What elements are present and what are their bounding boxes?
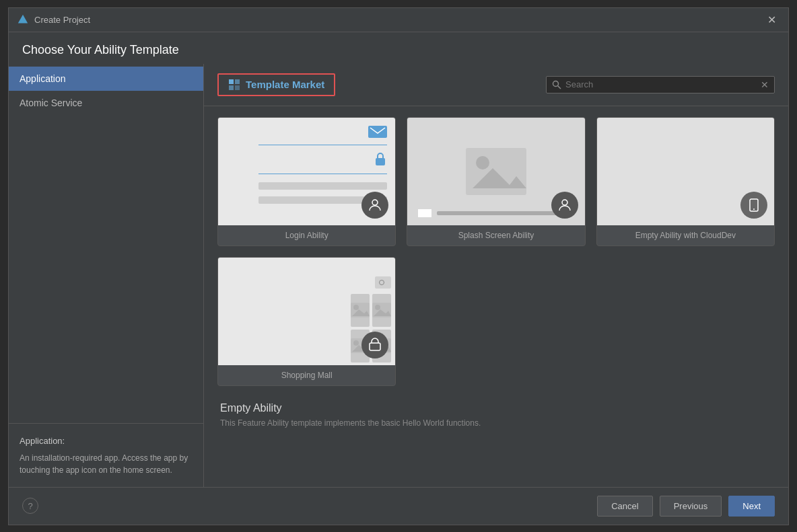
template-card-clouddev[interactable]: Empty Ability with CloudDev bbox=[596, 117, 775, 246]
empty-ability-title: Empty Ability bbox=[220, 402, 772, 414]
email-row bbox=[368, 126, 387, 138]
lock-icon bbox=[374, 152, 387, 167]
shopping-search-bar bbox=[375, 276, 391, 289]
template-card-login[interactable]: Login Ability bbox=[217, 117, 396, 246]
image-icon-1 bbox=[351, 303, 370, 317]
svg-point-11 bbox=[476, 156, 489, 169]
svg-point-17 bbox=[353, 305, 359, 310]
search-icon bbox=[552, 80, 561, 89]
template-market-button[interactable]: Template Market bbox=[217, 73, 335, 96]
svg-rect-2 bbox=[235, 79, 240, 84]
svg-point-20 bbox=[375, 305, 380, 310]
dialog-body: Application Atomic Service Application: … bbox=[9, 64, 788, 487]
svg-line-6 bbox=[558, 85, 561, 89]
mobile-icon bbox=[747, 198, 761, 213]
svg-rect-4 bbox=[235, 85, 240, 90]
window-title: Create Project bbox=[34, 15, 763, 25]
search-circle bbox=[379, 280, 384, 285]
search-box: ✕ bbox=[546, 76, 775, 93]
close-button[interactable]: ✕ bbox=[763, 12, 780, 28]
title-bar: Create Project ✕ bbox=[9, 8, 788, 32]
empty-ability-description: This Feature Ability template implements… bbox=[220, 418, 772, 428]
email-icon bbox=[368, 126, 387, 138]
sidebar-item-application[interactable]: Application bbox=[9, 67, 203, 91]
line-2 bbox=[258, 174, 387, 174]
main-area: Template Market ✕ bbox=[204, 64, 788, 487]
svg-rect-8 bbox=[376, 158, 385, 165]
app-logo-icon bbox=[17, 13, 29, 26]
svg-point-9 bbox=[372, 200, 378, 205]
splash-label: Splash Screen Ability bbox=[456, 225, 537, 245]
splash-image-icon bbox=[466, 148, 526, 195]
clouddev-label: Empty Ability with CloudDev bbox=[633, 225, 738, 245]
svg-rect-28 bbox=[370, 343, 380, 350]
svg-point-5 bbox=[553, 81, 559, 86]
template-card-splash[interactable]: Splash Screen Ability bbox=[407, 117, 585, 246]
template-market-icon bbox=[228, 79, 240, 91]
sidebar-info-text: An installation-required app. Access the… bbox=[20, 452, 193, 476]
cancel-button[interactable]: Cancel bbox=[597, 496, 652, 517]
shopping-cell-2 bbox=[372, 294, 391, 327]
svg-point-23 bbox=[353, 340, 359, 346]
dialog-content: Choose Your Ability Template Application… bbox=[9, 32, 788, 525]
login-label: Login Ability bbox=[283, 225, 331, 245]
svg-rect-3 bbox=[229, 85, 234, 90]
sidebar: Application Atomic Service Application: … bbox=[9, 64, 204, 487]
search-clear-button[interactable]: ✕ bbox=[761, 79, 769, 90]
image-icon-2 bbox=[372, 303, 391, 317]
splash-preview bbox=[407, 118, 584, 225]
bag-icon bbox=[368, 338, 382, 352]
login-badge-icon bbox=[361, 192, 388, 219]
main-header: Template Market ✕ bbox=[204, 64, 788, 106]
sidebar-item-atomic-service[interactable]: Atomic Service bbox=[9, 91, 203, 115]
svg-point-13 bbox=[562, 200, 567, 205]
people-icon bbox=[368, 198, 382, 213]
dialog-heading: Choose Your Ability Template bbox=[9, 32, 788, 64]
template-market-label: Template Market bbox=[246, 79, 324, 90]
shopping-preview bbox=[218, 258, 395, 365]
clouddev-badge-icon bbox=[740, 192, 767, 219]
template-grid: Login Ability bbox=[217, 117, 775, 386]
splash-bottom-row bbox=[418, 209, 574, 217]
help-button[interactable]: ? bbox=[22, 498, 38, 514]
line-1 bbox=[258, 145, 387, 145]
shopping-label: Shopping Mall bbox=[279, 365, 335, 385]
previous-button[interactable]: Previous bbox=[660, 496, 722, 517]
splash-badge-icon bbox=[551, 192, 578, 219]
sidebar-info-title: Application: bbox=[20, 434, 193, 448]
template-card-shopping[interactable]: Shopping Mall bbox=[217, 257, 396, 386]
dialog-footer: ? Cancel Previous Next bbox=[9, 487, 788, 525]
svg-point-15 bbox=[753, 208, 755, 210]
lock-row bbox=[374, 152, 387, 167]
white-rect bbox=[418, 209, 431, 217]
next-button[interactable]: Next bbox=[728, 496, 775, 517]
clouddev-preview bbox=[597, 118, 774, 225]
shopping-cell-1 bbox=[351, 294, 370, 327]
shopping-badge-icon bbox=[361, 332, 388, 358]
login-preview bbox=[218, 118, 395, 225]
input-1 bbox=[258, 182, 387, 190]
svg-rect-1 bbox=[229, 79, 234, 84]
empty-ability-section: Empty Ability This Feature Ability templ… bbox=[217, 402, 775, 433]
create-project-dialog: Create Project ✕ Choose Your Ability Tem… bbox=[8, 7, 789, 525]
sidebar-info: Application: An installation-required ap… bbox=[9, 423, 203, 487]
svg-marker-0 bbox=[18, 15, 28, 24]
search-input[interactable] bbox=[565, 79, 761, 89]
svg-rect-7 bbox=[368, 126, 387, 138]
templates-scroll-area: Login Ability bbox=[204, 106, 788, 487]
people-icon-2 bbox=[557, 198, 572, 213]
